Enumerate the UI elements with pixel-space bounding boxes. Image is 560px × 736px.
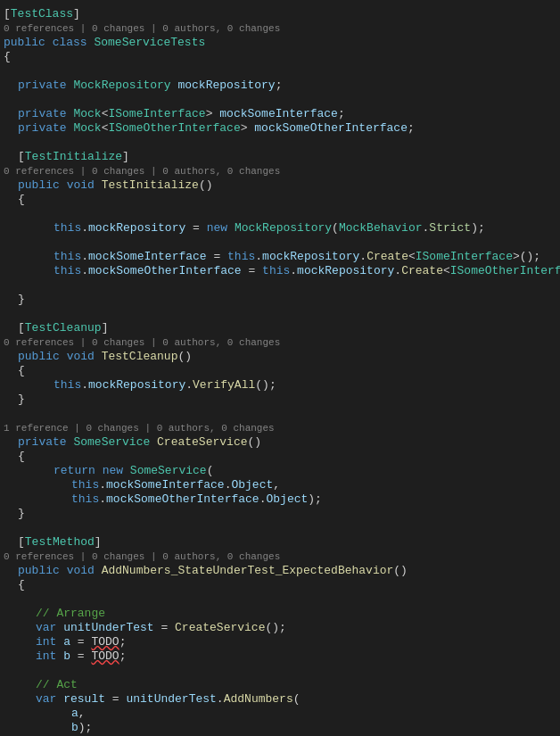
line-33: this.mockSomeInterface.Object, [0,478,560,492]
kw-var-2: var [36,692,56,707]
prop-mocksomeotherinterface-2: mockSomeOtherInterface [106,492,259,507]
attribute-bracket-open: [ [4,7,11,21]
method-createservice-call: CreateService [175,621,265,635]
line-34: this.mockSomeOtherInterface.Object); [0,492,560,507]
brace-close-createservice: } [18,507,25,521]
prop-object-1: Object [231,478,273,492]
kw-this-7: this [71,478,99,492]
prop-mockrepository-1: mockRepository [88,221,185,236]
line-35: } [0,507,560,521]
method-addnumbers-test: AddNumbers_StateUnderTest_ExpectedBehavi… [102,564,394,578]
line-27: } [0,393,560,407]
kw-this-1: this [54,221,81,236]
blank-10 [0,136,560,150]
comment-arrange: // Arrange [36,607,105,621]
local-unitundertest: unitUnderTest [63,621,153,635]
line-19: this.mockSomeOtherInterface = this.mockR… [0,264,560,293]
brace-open-class: { [4,50,11,64]
line-31: { [0,450,560,464]
field-mockrepository: mockRepository [177,79,275,93]
line-16: this.mockRepository = new MockRepository… [0,221,560,236]
kw-private-2: private [18,107,67,121]
meta-line-38: 0 references | 0 changes | 0 authors, 0 … [0,550,560,564]
blank-21 [0,307,560,321]
brace-open-createservice: { [18,450,25,464]
meta-text-38: 0 references | 0 changes | 0 authors, 0 … [4,550,280,564]
line-42: // Arrange [0,607,560,621]
method-testinitialize: TestInitialize [102,178,199,193]
method-testcleanup: TestCleanup [102,350,178,364]
ctor-mockrepository: MockRepository [235,221,332,236]
blank-36 [0,521,560,535]
line-49: a , [0,707,560,721]
line-6: private MockRepository mockRepository ; [0,79,560,93]
line-39: public void AddNumbers_StateUnderTest_Ex… [0,564,560,578]
line-14: { [0,193,560,207]
brace-close-testinitialize: } [18,293,25,307]
line-13: public void TestInitialize () [0,178,560,193]
line-24: public void TestCleanup () [0,350,560,364]
meta-line-2: 0 references | 0 changes | 0 authors, 0 … [0,21,560,36]
line-50: b ); [0,721,560,735]
prop-mockrepository-3: mockRepository [297,264,394,278]
line-45: int b = TODO ; [0,649,560,664]
method-createservice: CreateService [157,435,247,450]
kw-this-5: this [262,264,290,278]
attribute-testcleanup: TestCleanup [25,321,102,335]
enum-val-strict: Strict [429,221,471,236]
meta-text-23: 0 references | 0 changes | 0 authors, 0 … [4,335,280,350]
line-26: this.mockRepository.VerifyAll(); [0,378,560,393]
attribute-testmethod: TestMethod [25,535,95,550]
type-someservice: SomeService [73,435,150,450]
kw-private-1: private [18,79,67,93]
line-8: private Mock<ISomeInterface> mockSomeInt… [0,107,560,121]
arg-b: b [71,721,78,735]
meta-text-2: 0 references | 0 changes | 0 authors, 0 … [4,21,280,36]
meta-line-29: 1 reference | 0 changes | 0 authors, 0 c… [0,421,560,435]
method-create-2: Create [401,264,443,278]
kw-int-2: int [36,649,56,664]
meta-line-12: 0 references | 0 changes | 0 authors, 0 … [0,164,560,178]
line-40: { [0,578,560,592]
field-mocksomeinterface: mockSomeInterface [219,107,338,121]
type-isomeinterface: ISomeInterface [108,107,205,121]
local-b: b [63,649,70,664]
kw-private-4: private [18,435,67,450]
kw-public-2: public [18,178,60,193]
kw-private-3: private [18,121,67,136]
kw-this-8: this [71,492,99,507]
kw-new-2: new [103,464,123,478]
blank-5 [0,64,560,79]
field-mocksomeotherinterface: mockSomeOtherInterface [254,121,408,136]
code-editor: [TestClass] 0 references | 0 changes | 0… [0,0,560,736]
method-addnumbers: AddNumbers [224,692,293,707]
kw-public: public [4,36,45,50]
arg-a: a [71,707,78,721]
prop-mocksomeinterface-2: mockSomeInterface [106,478,225,492]
kw-public-3: public [18,350,60,364]
type-mock-1: Mock [73,107,101,121]
line-25: { [0,364,560,378]
attribute-testclass: TestClass [11,7,73,21]
line-22: [TestCleanup] [0,321,560,335]
attribute-bracket-close: ] [73,7,80,21]
kw-this-6: this [54,378,81,393]
line-48: var result = unitUnderTest . AddNumbers … [0,692,560,707]
kw-void-3: void [67,564,95,578]
prop-mocksomeinterface-1: mockSomeInterface [88,250,207,264]
kw-this-3: this [227,250,255,264]
method-verifyall: VerifyAll [193,378,255,393]
type-mockrepository: MockRepository [73,79,170,93]
kw-var-1: var [36,621,56,635]
enum-mockbehavior: MockBehavior [339,221,423,236]
brace-open-testmethod: { [18,578,25,592]
kw-new-1: new [207,221,227,236]
blank-15 [0,207,560,221]
blank-17 [0,236,560,250]
meta-text-12: 0 references | 0 changes | 0 authors, 0 … [4,164,280,178]
line-18: this.mockSomeInterface = this.mockReposi… [0,250,560,264]
prop-object-2: Object [266,492,308,507]
brace-open-testcleanup: { [18,364,25,378]
kw-class: class [53,36,87,50]
line-47: // Act [0,678,560,692]
